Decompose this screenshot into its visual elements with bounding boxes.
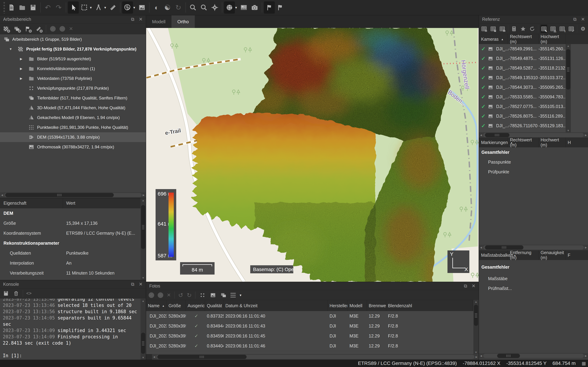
photos-hscrollbar[interactable]: ◀ ▶: [152, 354, 479, 360]
chevron-down-icon[interactable]: ▼: [9, 47, 12, 51]
new-document-button[interactable]: [6, 1, 17, 14]
photo-row[interactable]: DJI_2023... 5280x3956✓ 0.8344042023:06:1…: [146, 341, 479, 351]
photo-row[interactable]: DJI_2023... 5280x3956✓ 0.8349442023:06:1…: [146, 321, 479, 331]
tree-item-chunk[interactable]: ▼ Projekt fertig (519 Bilder, 217,878 Ve…: [0, 44, 146, 54]
reference-settings-button[interactable]: ⚙: [579, 25, 586, 33]
measure-dropdown[interactable]: ▾: [104, 5, 107, 10]
tree-item-vector-data[interactable]: ▶ Vektordaten (73758 Polylinie): [0, 74, 146, 83]
selection-dropdown[interactable]: ▾: [90, 5, 93, 10]
camera-row[interactable]: ✓DJI_...-78544.3073...-355095.265...: [479, 83, 588, 92]
add-photos-button[interactable]: +: [13, 25, 20, 32]
camera-row[interactable]: ✓DJI_...-78527.0775...-355105.013...: [479, 102, 588, 111]
camera-row[interactable]: ✓DJI_...-78549.2991...-355145.260...: [479, 44, 588, 54]
workspace-hscrollbar[interactable]: ◀ ▶: [0, 192, 146, 198]
flag-remove-button[interactable]: [275, 1, 285, 14]
layers-view-button[interactable]: [220, 292, 227, 299]
basemap-dropdown[interactable]: ▾: [235, 5, 238, 10]
scalebar-table-button[interactable]: [568, 25, 575, 33]
properties-header-property[interactable]: Eigenschaft: [0, 198, 63, 208]
tree-item-orthomosaic[interactable]: Orthomosaik (30788x34272, 1.94 cm/pix): [0, 142, 146, 152]
photos-col-size[interactable]: Größe: [167, 300, 186, 311]
camera-row[interactable]: ✓DJI_...-78549.4875...-355131.126...: [479, 54, 588, 63]
markers-col-name[interactable]: Markierungen▲: [479, 138, 508, 147]
properties-header-value[interactable]: Wert: [63, 201, 75, 206]
tree-item-point-cloud[interactable]: Punktwolke (281,981,306 Punkte, Hohe Qua…: [0, 123, 146, 132]
zoom-in-button[interactable]: +: [188, 1, 199, 14]
list-view-button[interactable]: [231, 293, 236, 297]
orthophoto-button[interactable]: [137, 1, 147, 14]
tab-ortho[interactable]: Ortho: [172, 15, 195, 28]
scalebars-col-distance[interactable]: Entfernung (m): [508, 250, 538, 260]
cameras-vscrollbar[interactable]: ▲ ▼: [566, 44, 571, 132]
markers-col-north[interactable]: Hochwert (m): [538, 138, 566, 147]
markers-control-points[interactable]: Passpunkte: [479, 157, 588, 167]
photos-col-datetime[interactable]: Datum & Uhrzeit: [224, 300, 328, 311]
workspace-float-button[interactable]: ⧉: [131, 17, 134, 22]
photos-col-name[interactable]: Name▲: [146, 300, 167, 311]
open-button[interactable]: [17, 1, 28, 14]
chevron-right-icon[interactable]: ▶: [20, 57, 22, 61]
console-clear-button[interactable]: [13, 290, 20, 297]
disable-items-button[interactable]: −: [60, 26, 65, 32]
settings-star-button[interactable]: [520, 25, 526, 33]
update-transform-button[interactable]: [529, 25, 536, 33]
edit-reference-button[interactable]: ✎: [541, 25, 547, 33]
basemap-button[interactable]: [224, 1, 235, 14]
ruler-button[interactable]: [107, 1, 118, 14]
tree-item-depth-maps[interactable]: Tiefenbilder (517, Hohe Qualität, Sanfte…: [0, 93, 146, 103]
photos-remove-button[interactable]: ✕: [167, 292, 171, 298]
workspace-close-button[interactable]: ✕: [139, 17, 143, 22]
optimize-calculator-button[interactable]: [511, 25, 517, 33]
chevron-right-icon[interactable]: ▶: [20, 76, 22, 80]
scalebars-col-accuracy[interactable]: Genauigkeit (m): [538, 250, 566, 260]
cameras-col-north[interactable]: Hochwert (m): [538, 34, 566, 44]
export-reference-button[interactable]: [490, 25, 496, 33]
enable-items-button[interactable]: ✓: [50, 26, 56, 32]
import-reference-button[interactable]: [481, 25, 487, 33]
filter-photos-button[interactable]: [199, 292, 206, 299]
photos-disable-button[interactable]: −: [158, 292, 163, 298]
console-save-button[interactable]: [2, 290, 9, 297]
console-float-button[interactable]: ⧉: [131, 282, 134, 287]
add-marker-button[interactable]: +: [24, 25, 31, 32]
photo-row[interactable]: DJI_2023... 5280x3956✓ 0.8345962023:06:1…: [146, 331, 479, 341]
photos-close-button[interactable]: ✕: [472, 283, 476, 289]
toolbar-grip[interactable]: [1, 1, 6, 14]
camera-row[interactable]: ✓DJI_...-78549.5287...-355118.2132...: [479, 63, 588, 73]
add-chunk-button[interactable]: +: [2, 25, 9, 32]
palette-button[interactable]: ☯: [162, 1, 173, 14]
camera-row-partial[interactable]: [479, 131, 588, 132]
camera-row[interactable]: ✓DJI_...-78526.8075...-355116.289...: [479, 111, 588, 121]
scalebars-check-row[interactable]: Prüfmaßst...: [479, 284, 588, 293]
console-prompt[interactable]: In [1]:: [3, 352, 139, 359]
capture-view-button[interactable]: [249, 1, 260, 14]
reference-close-button[interactable]: ✕: [581, 17, 585, 22]
tree-item-model[interactable]: 3D-Modell (57,471,044 Flächen, Hohe Qual…: [0, 103, 146, 113]
tree-item-images[interactable]: ▶ Bilder (519/519 ausgerichtet): [0, 54, 146, 64]
save-button[interactable]: [28, 1, 38, 14]
tab-modell[interactable]: Modell: [146, 15, 172, 28]
add-scalebar-button[interactable]: +: [35, 25, 42, 32]
flag-button[interactable]: [264, 1, 275, 14]
reset-view-button[interactable]: ↻: [173, 1, 184, 14]
scalebars-col-cut[interactable]: F: [566, 250, 588, 260]
photos-col-focal[interactable]: Brennweite: [367, 300, 386, 311]
undo-button[interactable]: ↶: [42, 1, 53, 14]
dem-view-dropdown[interactable]: ▾: [133, 5, 137, 10]
tree-item-tiled-model[interactable]: Gekacheltes Modell (9 Ebenen, 1.94 cm/pi…: [0, 113, 146, 123]
remove-items-button[interactable]: ✕: [69, 26, 73, 32]
console-vscrollbar[interactable]: ▲ ▼: [140, 299, 146, 360]
tree-item-dem[interactable]: DEM (15394x17136, 3.88 cm/pix): [0, 132, 146, 142]
markers-col-cut[interactable]: H: [566, 138, 588, 147]
scalebars-scalebars-row[interactable]: Maßstäbe: [479, 274, 588, 284]
properties-vscrollbar[interactable]: ▲ ▼: [140, 198, 146, 280]
reference-float-button[interactable]: ⧉: [573, 17, 577, 22]
info-view-button[interactable]: i: [559, 25, 565, 33]
map-canvas[interactable]: e-Trail Hörgenzell Boden... Basemap: (C)…: [146, 28, 479, 282]
cameras-col-east[interactable]: Rechtswert (m): [508, 34, 538, 44]
photos-col-aligned[interactable]: Ausgerichtet: [186, 300, 205, 311]
chevron-right-icon[interactable]: ▶: [20, 67, 22, 71]
contrast-button[interactable]: ◐: [151, 1, 162, 14]
list-view-dropdown[interactable]: ▾: [240, 293, 243, 297]
console-code-button[interactable]: <>: [26, 291, 32, 296]
